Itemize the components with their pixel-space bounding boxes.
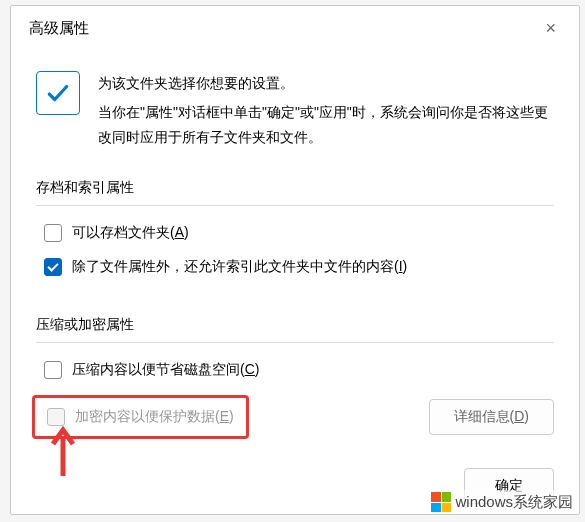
divider: [36, 205, 554, 206]
compress-encrypt-group: 压缩或加密属性 压缩内容以便节省磁盘空间(C) 加密内容以便保护数据(E) 详细…: [36, 316, 554, 439]
compress-checkbox[interactable]: [44, 361, 62, 379]
index-label: 除了文件属性外，还允许索引此文件夹中文件的内容(I): [72, 258, 407, 276]
arrow-annotation-icon: [49, 426, 77, 479]
archive-checkbox-row[interactable]: 可以存档文件夹(A): [36, 224, 554, 242]
header-line2: 当你在"属性"对话框中单击"确定"或"应用"时，系统会询问你是否将这些更改同时应…: [98, 100, 554, 150]
encrypt-checkbox: [47, 408, 65, 426]
divider: [36, 342, 554, 343]
archive-label: 可以存档文件夹(A): [72, 224, 189, 242]
close-icon[interactable]: ×: [537, 16, 564, 41]
dialog-content: 为该文件夹选择你想要的设置。 当你在"属性"对话框中单击"确定"或"应用"时，系…: [11, 53, 579, 439]
checkmark-icon: [36, 71, 80, 115]
encrypt-label: 加密内容以便保护数据(E): [75, 408, 234, 426]
details-button[interactable]: 详细信息(D): [429, 399, 554, 435]
title-bar: 高级属性 ×: [11, 6, 579, 53]
windows-logo-icon: [431, 492, 451, 512]
advanced-attributes-dialog: 高级属性 × 为该文件夹选择你想要的设置。 当你在"属性"对话框中单击"确定"或…: [10, 5, 580, 515]
archive-group-title: 存档和索引属性: [36, 179, 554, 197]
watermark-text: windows系统家园: [455, 493, 573, 512]
encrypt-row: 加密内容以便保护数据(E) 详细信息(D): [36, 395, 554, 439]
header-section: 为该文件夹选择你想要的设置。 当你在"属性"对话框中单击"确定"或"应用"时，系…: [36, 71, 554, 151]
dialog-title: 高级属性: [29, 19, 89, 38]
index-checkbox-row[interactable]: 除了文件属性外，还允许索引此文件夹中文件的内容(I): [36, 258, 554, 276]
index-checkbox[interactable]: [44, 258, 62, 276]
compress-label: 压缩内容以便节省磁盘空间(C): [72, 361, 259, 379]
header-line1: 为该文件夹选择你想要的设置。: [98, 71, 554, 96]
watermark: windows系统家园: [427, 490, 577, 514]
archive-index-group: 存档和索引属性 可以存档文件夹(A) 除了文件属性外，还允许索引此文件夹中文件的…: [36, 179, 554, 276]
archive-checkbox[interactable]: [44, 224, 62, 242]
header-text: 为该文件夹选择你想要的设置。 当你在"属性"对话框中单击"确定"或"应用"时，系…: [98, 71, 554, 151]
compress-checkbox-row[interactable]: 压缩内容以便节省磁盘空间(C): [36, 361, 554, 379]
compress-group-title: 压缩或加密属性: [36, 316, 554, 334]
